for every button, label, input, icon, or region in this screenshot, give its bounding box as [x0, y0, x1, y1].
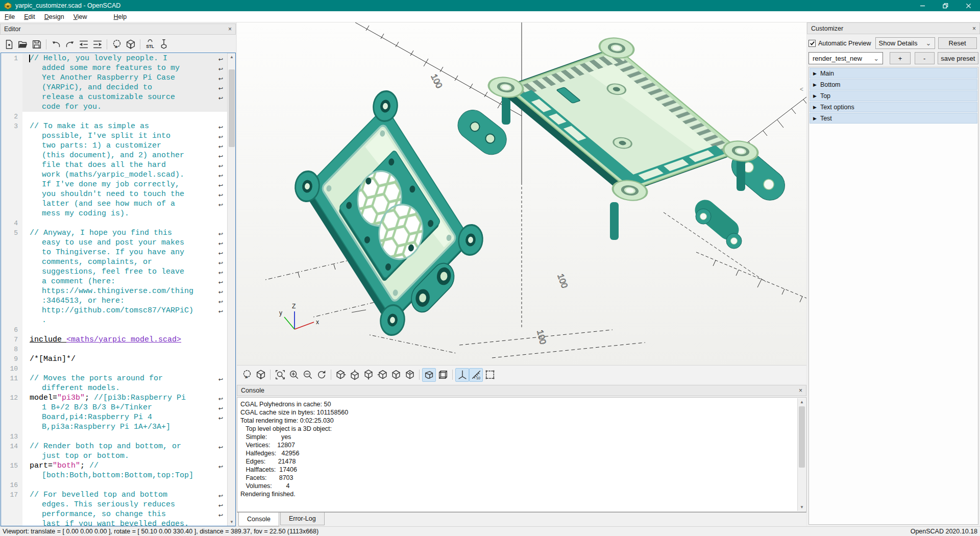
code-line-9[interactable]: 9/*[Main]*/ — [1, 354, 227, 364]
zoom-all-icon[interactable] — [273, 368, 287, 382]
section-main[interactable]: ▶Main — [810, 68, 977, 79]
code-line-11-wrap1[interactable]: different models. — [1, 383, 227, 393]
scroll-down-icon[interactable]: ▼ — [798, 503, 806, 511]
view-top-icon[interactable] — [348, 368, 361, 382]
code-line-6[interactable]: 6 — [1, 325, 227, 335]
code-line-5-wrap1[interactable]: easy to use and post your makes↩ — [1, 238, 227, 248]
menu-file[interactable]: File — [0, 11, 19, 22]
show-scale-icon[interactable]: 10 — [469, 368, 483, 382]
reset-view-icon[interactable] — [314, 368, 328, 382]
view-front-icon[interactable] — [389, 368, 403, 382]
code-line-5-wrap2[interactable]: to Thingiverse. If you have any↩ — [1, 248, 227, 257]
console-scrollbar[interactable]: ▲ ▼ — [797, 398, 805, 511]
show-details-dropdown[interactable]: Show Details ⌄ — [875, 37, 935, 49]
editor-scrollbar-thumb[interactable] — [229, 69, 235, 147]
view-right-icon[interactable] — [334, 368, 348, 382]
console-scrollbar-thumb[interactable] — [799, 406, 805, 468]
preset-add-button[interactable]: + — [890, 52, 911, 64]
zoom-out-icon[interactable] — [301, 368, 314, 382]
editor-scrollbar[interactable]: ▲ ▼ — [227, 53, 235, 526]
code-line-3-wrap7[interactable]: you shouldn't need to touch the↩ — [1, 189, 227, 199]
scroll-down-icon[interactable]: ▼ — [228, 518, 236, 526]
perspective-icon[interactable] — [422, 368, 436, 382]
code-line-1-wrap4[interactable]: release a customizable source↩ — [1, 92, 227, 102]
indent-icon[interactable] — [90, 38, 104, 52]
section-bottom[interactable]: ▶Bottom — [810, 79, 977, 90]
section-top[interactable]: ▶Top — [810, 90, 977, 101]
code-line-1-wrap5[interactable]: code for you. — [1, 102, 227, 112]
code-line-11[interactable]: 11// Moves the ports around for↩ — [1, 374, 227, 383]
code-line-13[interactable]: 13 — [1, 432, 227, 442]
code-line-12-wrap2[interactable]: Board,pi4:Raspberry Pi 4↩ — [1, 412, 227, 422]
code-line-12[interactable]: 12model="pi3b"; //[pi3b:Raspberry Pi↩ — [1, 393, 227, 403]
scroll-up-icon[interactable]: ▲ — [228, 53, 236, 61]
code-line-10[interactable]: 10 — [1, 364, 227, 374]
console-output[interactable]: CGAL Polyhedrons in cache: 50CGAL cache … — [237, 397, 806, 512]
close-button-icon[interactable] — [957, 0, 980, 11]
code-line-12-wrap3[interactable]: B,pi3a:Raspberry Pi 1A+/3A+] — [1, 422, 227, 432]
code-line-14-wrap1[interactable]: just top or bottom. — [1, 451, 227, 461]
zoom-in-icon[interactable] — [287, 368, 301, 382]
customizer-close-icon[interactable]: × — [972, 26, 976, 32]
code-line-15-wrap1[interactable]: [both:Both,bottom:Bottom,top:Top] — [1, 471, 227, 480]
viewport-canvas[interactable]: 100 100 100 100 — [237, 22, 806, 365]
view-back-icon[interactable] — [403, 368, 416, 382]
render-icon[interactable] — [254, 368, 267, 382]
preset-remove-button[interactable]: - — [915, 52, 935, 64]
code-line-17[interactable]: 17// For bevelled top and bottom↩ — [1, 490, 227, 500]
code-line-5-wrap5[interactable]: a comment (here:↩ — [1, 277, 227, 286]
code-line-1[interactable]: 1// Hello, you lovely people. I↩ — [1, 54, 227, 63]
code-line-3-wrap4[interactable]: file that does all the hard↩ — [1, 160, 227, 170]
export-stl-icon[interactable]: STL — [143, 38, 157, 52]
code-line-5-wrap6[interactable]: https://www.thingiverse.com/thing↩ — [1, 286, 227, 296]
save-icon[interactable] — [30, 38, 43, 52]
code-line-5-wrap9[interactable]: . — [1, 315, 227, 325]
code-line-12-wrap1[interactable]: 1 B+/2 B/3 B/3 B+/Tinker↩ — [1, 403, 227, 412]
unindent-icon[interactable] — [77, 38, 90, 52]
tab-console[interactable]: Console — [238, 513, 279, 526]
code-line-17-wrap1[interactable]: edges. This seriously reduces↩ — [1, 500, 227, 509]
code-line-2[interactable]: 2 — [1, 112, 227, 121]
reset-button[interactable]: Reset — [938, 37, 977, 49]
send-3d-icon[interactable] — [157, 38, 170, 52]
code-line-17-wrap2[interactable]: performance, so change this↩ — [1, 509, 227, 519]
console-close-icon[interactable]: × — [799, 387, 802, 394]
menu-design[interactable]: Design — [40, 11, 69, 22]
render-icon[interactable] — [124, 38, 137, 52]
restore-button-icon[interactable] — [934, 0, 957, 11]
editor-close-icon[interactable]: × — [228, 26, 232, 32]
code-line-8[interactable]: 8 — [1, 345, 227, 354]
code-line-7[interactable]: 7include <maths/yarpic_model.scad> — [1, 335, 227, 345]
section-test[interactable]: ▶Test — [810, 113, 977, 124]
code-line-3-wrap5[interactable]: work (maths/yarpic_model.scad).↩ — [1, 170, 227, 180]
menu-edit[interactable]: Edit — [19, 11, 40, 22]
splitter-collapse-icon[interactable]: < — [800, 86, 803, 93]
code-line-5-wrap3[interactable]: comments, complaints, or↩ — [1, 257, 227, 267]
undo-icon[interactable] — [49, 38, 63, 52]
code-line-14[interactable]: 14// Render both top and bottom, or↩ — [1, 442, 227, 451]
view-left-icon[interactable] — [375, 368, 389, 382]
code-line-3-wrap2[interactable]: two parts: 1) a customizer↩ — [1, 141, 227, 151]
code-editor[interactable]: 1// Hello, you lovely people. I↩added so… — [1, 53, 236, 526]
code-line-5-wrap8[interactable]: http://github.com/tomsc87/YARPiC)↩ — [1, 306, 227, 315]
new-file-icon[interactable] — [2, 38, 16, 52]
menu-help[interactable]: Help — [109, 11, 132, 22]
orthographic-icon[interactable] — [436, 368, 450, 382]
minimize-button-icon[interactable] — [911, 0, 934, 11]
code-line-1-wrap1[interactable]: added some more features to my↩ — [1, 63, 227, 73]
menu-view[interactable]: View — [69, 11, 92, 22]
automatic-preview-checkbox[interactable] — [808, 40, 816, 47]
code-line-4[interactable]: 4 — [1, 218, 227, 228]
code-line-15[interactable]: 15part="both"; //↩ — [1, 461, 227, 471]
open-icon[interactable] — [16, 38, 30, 52]
code-line-3-wrap8[interactable]: latter (and see how much of a↩ — [1, 199, 227, 209]
code-line-5[interactable]: 5// Anyway, I hope you find this↩ — [1, 228, 227, 238]
code-line-5-wrap4[interactable]: suggestions, feel free to leave↩ — [1, 267, 227, 277]
preset-combo[interactable]: render_test_new ⌄ — [808, 52, 883, 64]
save-preset-button[interactable]: save preset — [938, 52, 978, 64]
code-line-17-wrap3[interactable]: last if you want bevelled edges. — [1, 519, 227, 526]
scroll-up-icon[interactable]: ▲ — [798, 398, 806, 406]
code-line-3-wrap6[interactable]: If I've done my job correctly,↩ — [1, 180, 227, 189]
redo-icon[interactable] — [63, 38, 77, 52]
code-line-1-wrap3[interactable]: (YARPiC), and decided to↩ — [1, 83, 227, 92]
